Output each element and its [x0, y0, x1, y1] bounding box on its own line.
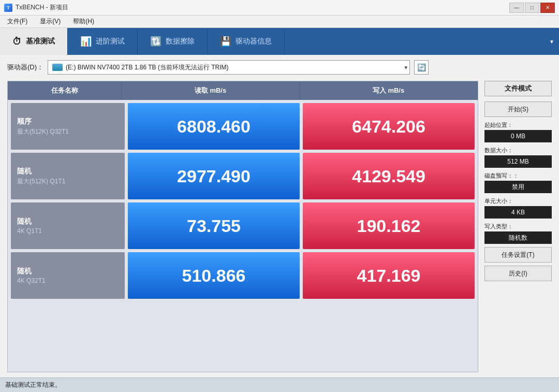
- data-size-value: 512 MB: [484, 155, 552, 168]
- header-write: 写入 mB/s: [300, 81, 478, 100]
- data-size-section: 数据大小： 512 MB: [484, 146, 552, 168]
- right-panel: 文件模式 开始(S) 起始位置： 0 MB 数据大小： 512 MB 磁盘预写：…: [484, 81, 552, 372]
- bench-read-0: 6808.460: [128, 103, 300, 150]
- menu-view[interactable]: 显示(V): [35, 16, 66, 27]
- timer-icon: ⏱: [12, 36, 22, 47]
- title-bar: T TxBENCH - 新项目 — □ ✕: [0, 0, 559, 16]
- chevron-down-icon: ▼: [403, 65, 408, 70]
- bench-row-0: 顺序 最大(512K) Q32T1 6808.460 6474.206: [11, 103, 475, 150]
- tab-advanced-label: 进阶测试: [96, 37, 125, 46]
- bench-label-title-3: 随机: [17, 267, 119, 276]
- window-controls[interactable]: — □ ✕: [509, 3, 555, 13]
- bench-label-1: 随机 最大(512K) Q1T1: [11, 153, 125, 199]
- minimize-button[interactable]: —: [509, 3, 524, 13]
- close-button[interactable]: ✕: [540, 3, 555, 13]
- header-read: 读取 mB/s: [122, 81, 300, 100]
- bench-label-title-2: 随机: [17, 217, 119, 226]
- start-button[interactable]: 开始(S): [484, 101, 552, 117]
- drive-icon: [52, 64, 63, 71]
- window-title: TxBENCH - 新项目: [16, 3, 68, 12]
- tab-basic-label: 基准测试: [26, 37, 55, 46]
- start-pos-label: 起始位置：: [484, 121, 552, 129]
- status-bar: 基础测试正常结束。: [0, 378, 559, 392]
- start-pos-value: 0 MB: [484, 130, 552, 142]
- drive-refresh-button[interactable]: 🔄: [414, 60, 429, 75]
- main-content: 驱动器(D)： (E:) BIWIN NV7400 2TB 1.86 TB (当…: [0, 55, 559, 378]
- status-text: 基础测试正常结束。: [5, 381, 61, 389]
- erase-icon: 🔃: [150, 36, 161, 47]
- data-size-label: 数据大小：: [484, 147, 552, 154]
- benchmark-rows: 顺序 最大(512K) Q32T1 6808.460 6474.206 随机 最…: [8, 100, 478, 302]
- bench-read-2: 73.755: [128, 202, 300, 249]
- benchmark-panel: 任务名称 读取 mB/s 写入 mB/s 顺序 最大(512K) Q32T1 6…: [7, 81, 478, 372]
- bench-label-3: 随机 4K Q32T1: [11, 252, 125, 299]
- tab-basic[interactable]: ⏱ 基准测试: [0, 28, 68, 55]
- write-type-value: 随机数: [484, 231, 552, 244]
- header-task-name: 任务名称: [8, 81, 122, 100]
- drive-label: 驱动器(D)：: [7, 63, 43, 72]
- disk-prewrite-label: 磁盘预写：：: [484, 172, 552, 180]
- write-type-section: 写入类型： 随机数: [484, 222, 552, 244]
- disk-prewrite-value: 禁用: [484, 181, 552, 193]
- tab-erase[interactable]: 🔃 数据擦除: [138, 28, 208, 55]
- unit-size-value: 4 KB: [484, 206, 552, 219]
- unit-size-section: 单元大小： 4 KB: [484, 196, 552, 219]
- bench-label-sub-2: 4K Q1T1: [17, 227, 119, 235]
- bench-label-sub-1: 最大(512K) Q1T1: [17, 177, 119, 186]
- history-button[interactable]: 历史(I): [484, 266, 552, 281]
- file-mode-button[interactable]: 文件模式: [484, 81, 552, 96]
- chart-icon: 📊: [80, 36, 92, 47]
- benchmark-header: 任务名称 读取 mB/s 写入 mB/s: [8, 81, 478, 100]
- bench-row-2: 随机 4K Q1T1 73.755 190.162: [11, 202, 475, 249]
- bench-read-1: 2977.490: [128, 153, 300, 199]
- tab-erase-label: 数据擦除: [166, 37, 195, 46]
- tab-driver[interactable]: 💾 驱动器信息: [208, 28, 285, 55]
- bench-label-0: 顺序 最大(512K) Q32T1: [11, 103, 125, 150]
- tab-dropdown-button[interactable]: ▼: [545, 28, 559, 55]
- bench-read-3: 510.866: [128, 252, 300, 299]
- content-area: 任务名称 读取 mB/s 写入 mB/s 顺序 最大(512K) Q32T1 6…: [7, 81, 552, 372]
- bench-label-title-1: 随机: [17, 167, 119, 176]
- bench-write-2: 190.162: [303, 202, 475, 249]
- tab-advanced[interactable]: 📊 进阶测试: [68, 28, 138, 55]
- bench-label-title-0: 顺序: [17, 117, 119, 126]
- bench-row-1: 随机 最大(512K) Q1T1 2977.490 4129.549: [11, 153, 475, 199]
- drive-row: 驱动器(D)： (E:) BIWIN NV7400 2TB 1.86 TB (当…: [7, 60, 552, 75]
- write-type-label: 写入类型：: [484, 223, 552, 230]
- bench-write-1: 4129.549: [303, 153, 475, 199]
- app-icon: T: [4, 4, 12, 12]
- bench-row-3: 随机 4K Q32T1 510.866 417.169: [11, 252, 475, 299]
- unit-size-label: 单元大小：: [484, 197, 552, 205]
- bench-label-sub-3: 4K Q32T1: [17, 277, 119, 284]
- menu-file[interactable]: 文件(F): [2, 16, 33, 27]
- tab-driver-label: 驱动器信息: [236, 37, 272, 46]
- menu-bar: 文件(F) 显示(V) 帮助(H): [0, 16, 559, 28]
- bench-write-3: 417.169: [303, 252, 475, 299]
- disk-prewrite-section: 磁盘预写：： 禁用: [484, 171, 552, 193]
- drive-info-icon: 💾: [220, 36, 231, 47]
- start-pos-section: 起始位置： 0 MB: [484, 120, 552, 142]
- tab-bar: ⏱ 基准测试 📊 进阶测试 🔃 数据擦除 💾 驱动器信息 ▼: [0, 28, 559, 55]
- task-settings-button[interactable]: 任务设置(T): [484, 247, 552, 263]
- drive-selector[interactable]: (E:) BIWIN NV7400 2TB 1.86 TB (当前环境无法运行 …: [48, 60, 410, 75]
- maximize-button[interactable]: □: [525, 3, 539, 13]
- bench-write-0: 6474.206: [303, 103, 475, 150]
- bench-label-2: 随机 4K Q1T1: [11, 202, 125, 249]
- drive-value: (E:) BIWIN NV7400 2TB 1.86 TB (当前环境无法运行 …: [66, 63, 229, 72]
- bench-label-sub-0: 最大(512K) Q32T1: [17, 127, 119, 136]
- menu-help[interactable]: 帮助(H): [68, 16, 99, 27]
- title-bar-left: T TxBENCH - 新项目: [4, 3, 68, 12]
